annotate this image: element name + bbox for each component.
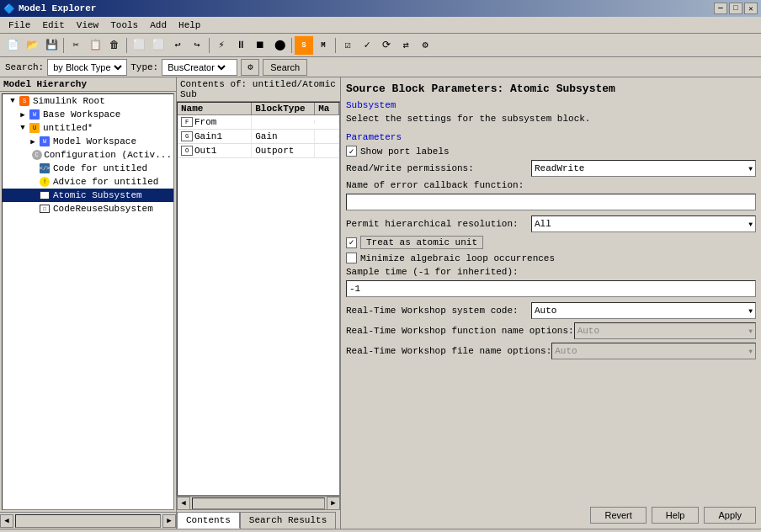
treat-atomic-btn[interactable]: Treat as atomic unit — [360, 236, 483, 249]
read-write-arrow: ▼ — [748, 165, 753, 173]
search-button[interactable]: Search — [263, 59, 307, 76]
search-by-combo[interactable]: by Block Type by Name — [47, 59, 127, 76]
tree-item-code[interactable]: </> Code for untitled — [3, 162, 173, 175]
search-type-combo[interactable]: BusCreator — [162, 59, 237, 76]
menu-add[interactable]: Add — [145, 19, 172, 31]
help-button[interactable]: Help — [652, 507, 700, 524]
move-button[interactable]: ⬜ — [149, 36, 168, 55]
stop-button[interactable]: ⏹ — [251, 36, 269, 55]
treat-atomic-checkbox[interactable] — [346, 237, 357, 248]
mid-scroll-left[interactable]: ◀ — [177, 497, 190, 510]
menu-help[interactable]: Help — [173, 19, 205, 31]
error-callback-label: Name of error callback function: — [346, 180, 756, 190]
menu-file[interactable]: File — [3, 19, 35, 31]
check4-button[interactable]: ⇄ — [396, 36, 415, 55]
revert-button[interactable]: Revert — [590, 507, 646, 524]
title-bar: 🔷 Model Explorer — □ ✕ — [0, 0, 761, 17]
scroll-left-arrow[interactable]: ◀ — [0, 514, 13, 528]
check1-button[interactable]: ☑ — [338, 36, 357, 55]
search-by-select[interactable]: by Block Type by Name — [50, 61, 125, 73]
menu-view[interactable]: View — [72, 19, 104, 31]
tree-item-simulink-root[interactable]: ▼ S Simulink Root — [3, 94, 173, 108]
minimize-algebraic-checkbox[interactable] — [346, 253, 357, 263]
rtw-code-select[interactable]: Auto ▼ — [531, 302, 756, 319]
table-row[interactable]: O Out1 Outport — [178, 144, 339, 158]
h-scrollbar[interactable] — [15, 514, 161, 528]
matlab-button[interactable]: M — [314, 36, 333, 55]
select-button[interactable]: ⬜ — [130, 36, 148, 55]
error-callback-input-row — [346, 194, 756, 210]
hierarchical-label: Permit hierarchical resolution: — [346, 219, 531, 229]
tree-item-config[interactable]: C Configuration (Activ... — [3, 148, 173, 162]
minimize-button[interactable]: — — [714, 3, 727, 14]
tab-contents[interactable]: Contents — [177, 512, 240, 529]
scroll-right-arrow[interactable]: ▶ — [162, 514, 176, 528]
toggle-untitled[interactable]: ▼ — [18, 124, 28, 132]
simulink-button[interactable]: S — [295, 36, 313, 55]
maximize-button[interactable]: □ — [729, 3, 742, 14]
action-buttons: Revert Help Apply — [346, 507, 756, 524]
type-label: Type: — [130, 62, 158, 72]
cell-blocktype-from — [252, 120, 315, 124]
mid-h-scrollbar[interactable] — [192, 497, 325, 509]
cell-name-from: F From — [178, 115, 252, 129]
cut-button[interactable]: ✂ — [67, 36, 85, 55]
rtw-fn-select[interactable]: Auto ▼ — [574, 322, 756, 339]
menu-edit[interactable]: Edit — [37, 19, 69, 31]
redo-button[interactable]: ↪ — [188, 36, 206, 55]
search-type-select[interactable]: BusCreator — [164, 61, 228, 73]
read-write-select[interactable]: ReadWrite ▼ — [531, 160, 756, 177]
atomic-icon: □ — [38, 189, 51, 201]
tree-item-codereuse[interactable]: □ CodeReuseSubsystem — [3, 202, 173, 215]
search-options-button[interactable]: ⚙ — [241, 59, 259, 76]
check3-button[interactable]: ⟳ — [377, 36, 396, 55]
model-workspace-icon: W — [38, 136, 51, 147]
run-button[interactable]: ⚡ — [212, 36, 231, 55]
check2-button[interactable]: ✓ — [358, 36, 376, 55]
toggle-base-workspace[interactable]: ▶ — [18, 110, 28, 120]
mid-scroll-right[interactable]: ▶ — [327, 497, 340, 510]
error-callback-input[interactable] — [346, 194, 756, 210]
undo-button[interactable]: ↩ — [168, 36, 187, 55]
read-write-row: Read/Write permissions: ReadWrite ▼ — [346, 160, 756, 177]
cell-name-gain1: G Gain1 — [178, 130, 252, 143]
rtw-file-select[interactable]: Auto ▼ — [551, 343, 756, 359]
mid-tabs: Contents Search Results — [177, 509, 340, 529]
tree-item-base-workspace[interactable]: ▶ W Base Workspace — [3, 108, 173, 121]
tree-area[interactable]: ▼ S Simulink Root ▶ W Base Workspace ▼ U… — [2, 93, 174, 510]
parameters-section-header: Parameters — [346, 132, 756, 142]
table-row[interactable]: F From — [178, 115, 339, 130]
sample-time-input[interactable] — [346, 280, 756, 297]
close-button[interactable]: ✕ — [744, 3, 758, 14]
tree-item-model-workspace[interactable]: ▶ W Model Workspace — [3, 135, 173, 148]
rtw-fn-arrow: ▼ — [748, 327, 753, 335]
minimize-algebraic-label: Minimize algebraic loop occurrences — [360, 253, 555, 263]
tab-search-results[interactable]: Search Results — [240, 512, 336, 529]
new-button[interactable]: 📄 — [3, 36, 22, 55]
right-panel: Source Block Parameters: Atomic Subsyste… — [341, 77, 761, 529]
config-button[interactable]: ⚙ — [416, 36, 434, 55]
show-port-labels-checkbox[interactable] — [346, 146, 357, 157]
toolbar: 📄 📂 💾 ✂ 📋 🗑 ⬜ ⬜ ↩ ↪ ⚡ ⏸ ⏹ ⬤ S M ☑ ✓ ⟳ ⇄ … — [0, 34, 761, 57]
delete-button[interactable]: 🗑 — [105, 36, 124, 55]
open-button[interactable]: 📂 — [23, 36, 41, 55]
tree-item-atomic-subsystem[interactable]: □ Atomic Subsystem — [3, 189, 173, 202]
hierarchical-arrow: ▼ — [748, 221, 753, 228]
copy-button[interactable]: 📋 — [86, 36, 104, 55]
cell-ma-from — [315, 120, 339, 124]
circle-button[interactable]: ⬤ — [270, 36, 289, 55]
save-button[interactable]: 💾 — [42, 36, 61, 55]
hierarchical-select[interactable]: All ▼ — [531, 215, 756, 232]
toggle-model-workspace[interactable]: ▶ — [28, 137, 38, 146]
cell-blocktype-out1: Outport — [252, 144, 315, 157]
apply-button[interactable]: Apply — [704, 507, 756, 524]
base-workspace-icon: W — [28, 109, 41, 120]
pause-button[interactable]: ⏸ — [231, 36, 250, 55]
tree-item-advice[interactable]: ! Advice for untitled — [3, 175, 173, 189]
toolbar-sep-5 — [335, 38, 336, 53]
table-row[interactable]: G Gain1 Gain — [178, 130, 339, 144]
rtw-code-arrow: ▼ — [748, 307, 753, 315]
toggle-simulink-root[interactable]: ▼ — [8, 97, 18, 105]
menu-tools[interactable]: Tools — [105, 19, 143, 31]
tree-item-untitled[interactable]: ▼ U untitled* — [3, 121, 173, 135]
